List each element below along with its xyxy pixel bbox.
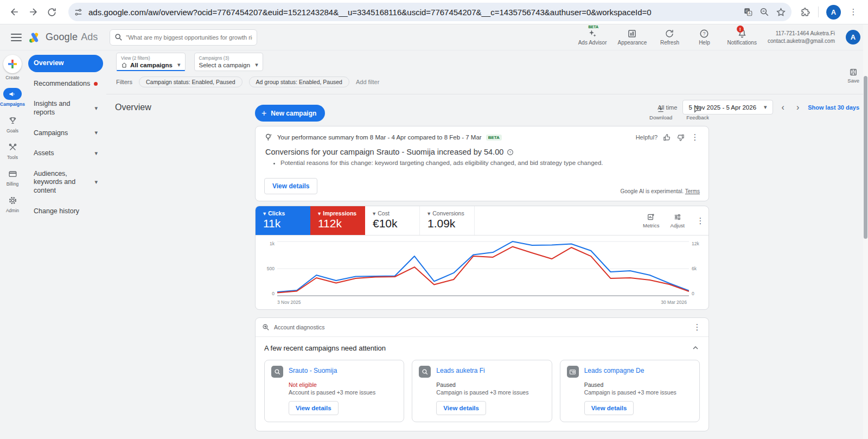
rail-item-goals[interactable]: Goals (3, 114, 22, 133)
main-menu-button[interactable] (11, 34, 22, 41)
translate-icon[interactable]: GA (743, 7, 753, 17)
subnav-item-recommendations[interactable]: Recommendations (28, 75, 103, 93)
diagnostics-menu-button[interactable]: ⋮ (692, 322, 702, 332)
metric-tab-conversions[interactable]: ▾Conversions 1.09k (420, 206, 475, 235)
browser-forward-button[interactable] (24, 3, 42, 21)
subnav-item-overview[interactable]: Overview (28, 55, 103, 72)
view-selector-label: View (2 filters) (121, 55, 181, 61)
icon-rail: Create Campaigns Goals Tools Billing Adm… (0, 50, 25, 439)
metric-tab-impressions[interactable]: ▾Impressions 112k (310, 206, 365, 235)
view-details-button[interactable]: View details (436, 401, 486, 415)
chevron-down-icon: ▾ (318, 210, 321, 217)
collapse-chevron-up-icon[interactable] (691, 343, 700, 352)
metrics-button[interactable]: Metrics (643, 213, 660, 228)
save-button[interactable]: Save (847, 68, 859, 84)
search-input[interactable] (126, 34, 252, 41)
x-axis-labels: 3 Nov 2025 30 Mar 2026 (256, 298, 709, 309)
browser-toolbar: ads.google.com/aw/overview?ocid=77674542… (0, 0, 868, 24)
brand-ads: Ads (81, 31, 98, 43)
chevron-down-icon: ▾ (263, 210, 266, 217)
filter-chip-campaign-status[interactable]: Campaign status: Enabled, Paused (139, 77, 242, 87)
rail-item-tools[interactable]: Tools (3, 141, 22, 160)
summary-view-details-button[interactable]: View details (264, 178, 317, 194)
view-details-button[interactable]: View details (584, 401, 634, 415)
subnav-item-campaigns[interactable]: Campaigns ▾ (28, 125, 103, 142)
x-axis-end-label: 30 Mar 2026 (661, 300, 687, 305)
campaign-card-leads-compagne-de: Leads compagne De Paused Campaign is pau… (560, 360, 700, 422)
previous-period-button[interactable]: ‹ (778, 103, 788, 112)
view-details-button[interactable]: View details (289, 401, 339, 415)
ads-advisor-button[interactable]: BETA Ads Advisor (578, 29, 607, 46)
url-text[interactable]: ads.google.com/aw/overview?ocid=77674542… (88, 8, 739, 17)
search-icon (114, 33, 123, 41)
campaign-selector[interactable]: Campaigns (3) Select a campaign ▾ (194, 53, 263, 71)
campaign-link[interactable]: Srauto - Suomija (289, 366, 337, 374)
chart-menu-button[interactable]: ⋮ (695, 216, 705, 226)
help-button[interactable]: ? Help (692, 29, 716, 46)
clicks-label: Clicks (268, 210, 285, 217)
chevron-down-icon: ▾ (94, 129, 98, 137)
metric-tab-cost[interactable]: ▾Cost €10k (365, 206, 420, 235)
terms-link[interactable]: Terms (685, 188, 700, 194)
diagnostics-title: Account diagnostics (274, 324, 324, 330)
metrics-icon (647, 213, 655, 221)
campaign-link[interactable]: Leads auketra Fi (436, 366, 484, 374)
zoom-icon[interactable] (760, 7, 769, 17)
trophy-icon (3, 114, 22, 126)
plus-icon: + (261, 109, 266, 118)
thumbs-down-icon[interactable] (676, 133, 685, 142)
extensions-icon[interactable] (800, 7, 810, 17)
browser-menu-button[interactable]: ⋮ (848, 7, 858, 17)
rail-item-admin[interactable]: Admin (3, 194, 22, 213)
header-search[interactable] (110, 29, 257, 46)
feedback-label: Feedback (686, 114, 709, 120)
summary-menu-button[interactable]: ⋮ (690, 132, 700, 142)
campaign-link[interactable]: Leads compagne De (584, 366, 644, 374)
feedback-button[interactable]: Feedback (686, 105, 709, 120)
address-bar[interactable]: ads.google.com/aw/overview?ocid=77674542… (68, 3, 792, 21)
add-filter-button[interactable]: Add filter (356, 79, 379, 85)
browser-reload-button[interactable] (42, 3, 61, 21)
google-ads-logo[interactable]: Google Ads (28, 31, 98, 43)
refresh-button[interactable]: Refresh (658, 29, 681, 46)
account-id: 117-721-1464 Auketra.Fi (768, 30, 835, 37)
filter-chip-adgroup-status[interactable]: Ad group status: Enabled, Paused (249, 77, 349, 87)
subnav-item-insights[interactable]: Insights and reports ▾ (28, 96, 103, 121)
notifications-button[interactable]: ! Notifications (727, 29, 756, 46)
rail-tools-label: Tools (7, 155, 18, 160)
create-button[interactable]: Create (3, 55, 22, 80)
site-info-icon[interactable] (74, 8, 83, 17)
scrollbar-thumb[interactable] (864, 76, 867, 239)
metric-tab-clicks[interactable]: ▾Clicks 11k (256, 206, 310, 235)
subnav-item-change-history[interactable]: Change history (28, 203, 103, 220)
ads-profile-avatar[interactable]: A (846, 30, 860, 44)
help-label: Help (699, 40, 710, 46)
download-button[interactable]: Download (649, 105, 672, 120)
info-icon[interactable]: ? (507, 149, 514, 156)
conversions-label: Conversions (432, 210, 464, 217)
browser-back-button[interactable] (5, 3, 24, 21)
performance-chart: 1k 500 0 12k 6k 0 (256, 236, 709, 298)
new-campaign-button[interactable]: + New campaign (255, 105, 325, 122)
search-campaign-icon (271, 366, 283, 378)
subnav-item-audiences[interactable]: Audiences, keywords and content ▾ (28, 166, 103, 200)
account-info: 117-721-1464 Auketra.Fi contact.auketra@… (768, 30, 835, 44)
rail-item-billing[interactable]: Billing (3, 168, 22, 187)
ai-experimental-note: Google AI is experimental. Terms (620, 188, 700, 194)
plot-area[interactable] (277, 241, 689, 296)
performance-summary-card: Your performance summary from 8 Mar - 4 … (255, 126, 709, 201)
rail-item-campaigns[interactable]: Campaigns (0, 88, 25, 107)
thumbs-up-icon[interactable] (663, 133, 671, 142)
bookmark-star-icon[interactable] (776, 7, 786, 17)
show-last-30-days-link[interactable]: Show last 30 days (808, 104, 859, 111)
adjust-button[interactable]: Adjust (671, 213, 685, 228)
adjust-label: Adjust (671, 222, 685, 228)
page-scrollbar[interactable] (863, 24, 868, 439)
appearance-button[interactable]: Appearance (618, 29, 647, 46)
next-period-button[interactable]: › (793, 103, 802, 112)
view-selector[interactable]: View (2 filters) All campaigns ▾ (116, 53, 186, 71)
browser-profile-avatar[interactable]: A (826, 5, 841, 20)
arrow-right-icon (28, 7, 39, 17)
subnav-item-assets[interactable]: Assets ▾ (28, 145, 103, 162)
account-diagnostics-card: Account diagnostics ⋮ A few recent campa… (255, 317, 709, 431)
